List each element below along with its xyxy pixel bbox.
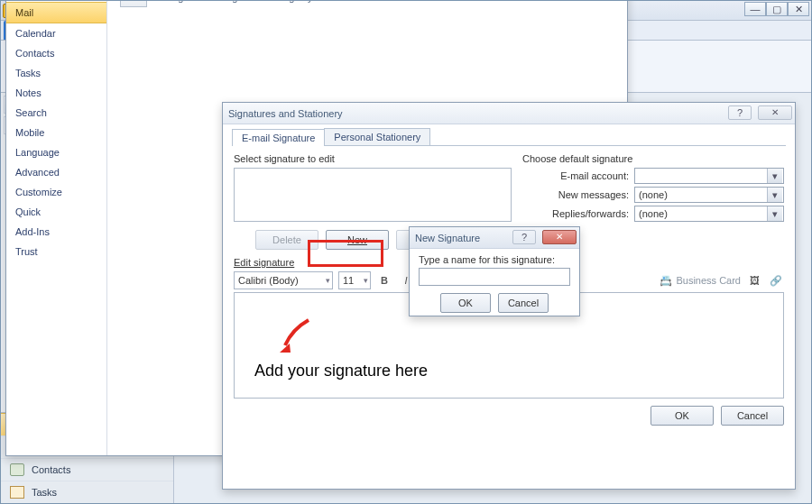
options-category-language[interactable]: Language [6,142,106,162]
signatures-dialog-title: Signatures and Stationery [228,108,343,119]
signature-subtabs: E-mail Signature Personal Stationery [232,128,786,146]
options-category-calendar[interactable]: Calendar [6,23,106,43]
new-signature-dialog: New Signature ? ✕ Type a name for this s… [409,226,580,316]
email-account-combo[interactable] [634,168,784,184]
tab-personal-stationery[interactable]: Personal Stationery [324,128,430,145]
minimize-button[interactable]: ― [744,2,766,16]
options-category-add-ins[interactable]: Add-Ins [6,222,106,242]
new-messages-label: New messages: [558,189,629,200]
options-category-mobile[interactable]: Mobile [6,123,106,142]
signatures-dialog-titlebar[interactable]: Signatures and Stationery ? ✕ [223,103,795,124]
newsig-name-input[interactable] [419,268,570,286]
maximize-button[interactable]: ▢ [766,2,788,16]
envelope-icon [120,0,147,7]
annotation-text: Add your signature here [254,362,428,380]
font-selector[interactable]: Calibri (Body) [234,271,333,289]
dialog-close-button[interactable]: ✕ [542,230,577,244]
window-controls: ― ▢ ✕ [744,2,809,16]
options-category-quick[interactable]: Quick [6,202,106,222]
business-card-button[interactable]: 📇 Business Card [660,275,741,287]
tasks-icon [10,486,24,499]
options-category-search[interactable]: Search [6,103,106,123]
replies-forwards-label: Replies/forwards: [552,208,629,219]
newsig-ok-button[interactable]: OK [440,293,491,313]
outlook-main-window: O 💾 ▾ Inbox - newuser7887@gmail.com - Mi… [0,0,812,504]
options-category-mail[interactable]: Mail [6,2,106,23]
signature-list[interactable] [234,168,512,222]
nav-contacts[interactable]: Contacts [1,458,173,481]
options-category-tasks[interactable]: Tasks [6,63,106,83]
options-page-header: Change the settings for messages you cre… [120,0,614,7]
email-account-label: E-mail account: [560,170,629,181]
sig-new-button[interactable]: New [326,230,389,250]
arrow-annotation-icon [276,316,316,356]
newsig-cancel-button[interactable]: Cancel [498,293,549,313]
picture-button[interactable]: 🖼 [746,272,762,289]
new-messages-combo[interactable]: (none) [634,187,784,203]
dialog-close-button[interactable]: ✕ [758,105,792,120]
dialog-help-button[interactable]: ? [512,230,536,244]
options-category-trust[interactable]: Trust [6,242,106,261]
signatures-ok-button[interactable]: OK [651,406,714,426]
signatures-cancel-button[interactable]: Cancel [721,406,784,426]
font-size-selector[interactable]: 11 [338,271,371,289]
nav-tasks[interactable]: Tasks [1,481,173,503]
dialog-help-button[interactable]: ? [728,105,752,120]
hyperlink-button[interactable]: 🔗 [768,272,784,289]
newsig-titlebar[interactable]: New Signature ? ✕ [410,227,579,249]
newsig-prompt: Type a name for this signature: [419,254,570,265]
tab-email-signature[interactable]: E-mail Signature [232,129,325,146]
options-category-list: GeneralMailCalendarContactsTasksNotesSea… [6,0,107,455]
default-signature-label: Choose default signature [522,153,784,164]
sig-delete-button[interactable]: Delete [255,230,318,250]
select-signature-label: Select signature to edit [234,153,512,164]
options-category-advanced[interactable]: Advanced [6,162,106,182]
bold-button[interactable]: B [376,272,392,289]
options-category-notes[interactable]: Notes [6,83,106,103]
replies-forwards-combo[interactable]: (none) [634,206,784,222]
options-category-customize[interactable]: Customize [6,182,106,202]
contacts-icon [10,463,24,476]
options-category-contacts[interactable]: Contacts [6,43,106,63]
newsig-title: New Signature [415,233,480,243]
close-button[interactable]: ✕ [788,2,809,16]
